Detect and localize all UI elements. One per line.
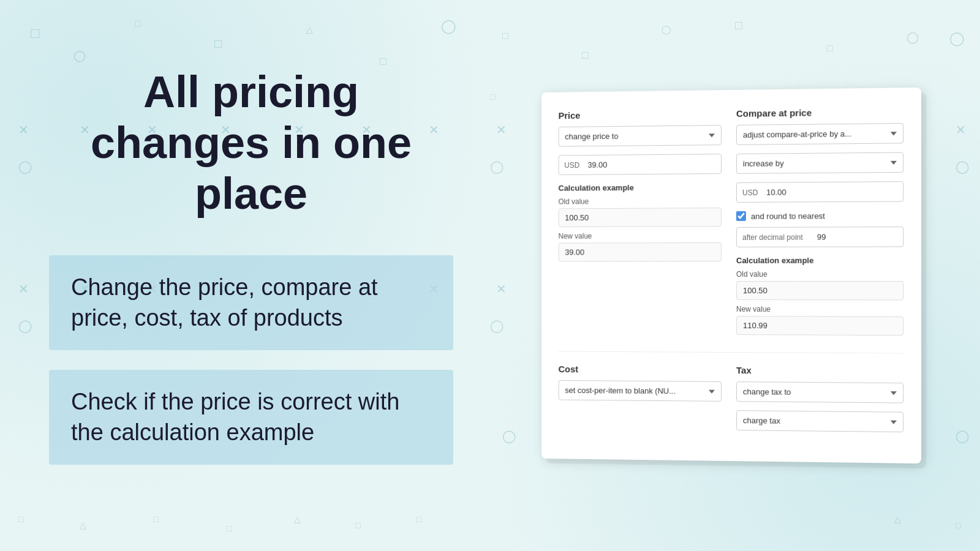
compare-column: Compare at price adjust compare-at-price… <box>736 107 903 341</box>
round-checkbox-label: and round to nearest <box>751 211 825 221</box>
price-old-value: 100.50 <box>559 208 722 227</box>
price-calc-section: Calculation example Old value 100.50 New… <box>559 182 722 261</box>
price-column: Price change price to USD Calculati <box>559 108 722 340</box>
compare-new-value: 110.99 <box>736 316 903 335</box>
round-checkbox[interactable] <box>736 211 746 221</box>
compare-action-group: adjust compare-at-price by a... <box>736 123 903 145</box>
tax-action-select[interactable]: change tax to <box>736 381 903 403</box>
feature-text-1: Change the price, compare at price, cost… <box>71 272 431 333</box>
round-checkbox-group: and round to nearest <box>736 211 903 221</box>
price-new-value: 39.00 <box>559 242 722 261</box>
price-old-label: Old value <box>559 197 722 206</box>
compare-action-select[interactable]: adjust compare-at-price by a... <box>736 123 903 145</box>
feature-box-1: Change the price, compare at price, cost… <box>49 255 453 350</box>
price-section-label: Price <box>559 108 722 121</box>
compare-old-value: 100.50 <box>736 281 903 300</box>
compare-amount-group: USD <box>736 181 903 203</box>
price-currency-prefix: USD <box>564 161 579 170</box>
compare-currency-prefix: USD <box>742 188 758 197</box>
compare-new-label: New value <box>736 305 903 314</box>
tax-action-group: change tax to <box>736 381 903 403</box>
main-title: All pricing changes in one place <box>49 67 453 219</box>
price-action-select[interactable]: change price to <box>559 125 722 146</box>
cost-section-label: Cost <box>559 364 722 375</box>
compare-section-label: Compare at price <box>736 107 903 119</box>
price-calc-title: Calculation example <box>559 182 722 193</box>
after-decimal-group: after decimal point <box>736 227 903 247</box>
price-value-group: USD <box>559 154 722 175</box>
feature-text-2: Check if the price is correct with the c… <box>71 387 431 448</box>
compare-calc-section: Calculation example Old value 100.50 New… <box>736 256 903 336</box>
tax-section-label: Tax <box>736 365 903 377</box>
pricing-panel: Price change price to USD Calculati <box>541 88 921 463</box>
charge-tax-select[interactable]: charge tax <box>736 410 903 432</box>
price-action-group: change price to <box>559 125 722 146</box>
cost-action-select[interactable]: set cost-per-item to blank (NU... <box>559 380 722 402</box>
compare-old-label: Old value <box>736 270 903 279</box>
compare-calc-title: Calculation example <box>736 256 903 265</box>
cost-column: Cost set cost-per-item to blank (NU... <box>559 364 722 439</box>
tax-column: Tax change tax to charge tax <box>736 365 903 441</box>
compare-amount-input[interactable] <box>736 181 903 203</box>
bottom-row: Cost set cost-per-item to blank (NU... T… <box>559 351 904 441</box>
after-decimal-label: after decimal point <box>742 233 803 241</box>
feature-box-2: Check if the price is correct with the c… <box>49 370 453 465</box>
price-new-label: New value <box>559 231 722 241</box>
cost-action-group: set cost-per-item to blank (NU... <box>559 380 722 402</box>
price-value-input[interactable] <box>559 154 722 175</box>
charge-tax-group: charge tax <box>736 410 903 432</box>
compare-adjust-group: increase by <box>736 152 903 174</box>
compare-adjust-select[interactable]: increase by <box>736 152 903 174</box>
right-section: Price change price to USD Calculati <box>502 0 980 551</box>
left-section: All pricing changes in one place Change … <box>0 0 502 551</box>
